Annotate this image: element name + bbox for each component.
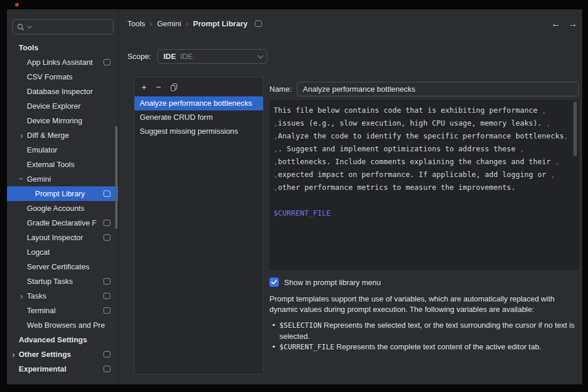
editor-line: ‚Analyze the code to identify the specif… <box>274 130 568 143</box>
sidebar-item-startup-tasks[interactable]: Startup Tasks <box>7 274 118 289</box>
soft-wrap-icon: ‚ <box>551 170 555 179</box>
remove-prompt-button[interactable]: − <box>156 82 161 91</box>
settings-search-input[interactable] <box>34 22 109 32</box>
sidebar-item-device-mirroring[interactable]: Device Mirroring <box>7 113 118 128</box>
sidebar-item-label: Terminal <box>27 306 56 315</box>
editor-line: ‚expected impact on performance. If appl… <box>274 168 568 181</box>
prompt-library-content: + − Analyze performance bottlenecksGener… <box>134 77 579 374</box>
chevron-right-icon[interactable]: › <box>11 349 16 359</box>
prompt-item-suggest-missing-permissions[interactable]: Suggest missing permissions <box>134 124 263 138</box>
soft-wrap-icon: ‚ <box>564 131 569 140</box>
sidebar-item-tools[interactable]: Tools <box>7 40 118 55</box>
sidebar-item-tasks[interactable]: ›Tasks <box>7 289 118 303</box>
ide-scope-icon <box>103 234 110 241</box>
prompt-item-analyze-performance-bottlenecks[interactable]: Analyze performance bottlenecks <box>134 96 263 110</box>
breadcrumb: Tools›Gemini›Prompt Library <box>127 19 262 28</box>
editor-line: This file below contains code that is ex… <box>274 104 568 117</box>
scope-row: Scope: IDE IDE <box>127 49 582 64</box>
breadcrumb-tools[interactable]: Tools <box>127 19 145 28</box>
chevron-right-icon[interactable]: › <box>19 291 25 301</box>
forward-arrow-button[interactable]: → <box>568 19 577 29</box>
sidebar-item-advanced-settings[interactable]: Advanced Settings <box>7 332 118 347</box>
settings-search[interactable] <box>12 19 113 34</box>
sidebar-item-csv-formats[interactable]: CSV Formats <box>7 70 118 84</box>
chevron-right-icon[interactable]: › <box>19 130 25 140</box>
sidebar-item-label: Emulator <box>27 145 57 154</box>
prompt-name-input[interactable] <box>297 82 579 96</box>
name-row: Name: <box>269 82 579 96</box>
prompt-text-editor[interactable]: This file below contains code that is ex… <box>269 100 579 270</box>
soft-wrap-icon: ‚ <box>274 144 278 153</box>
prompt-detail: Name: This file below contains code that… <box>269 77 579 374</box>
sidebar-item-label: Advanced Settings <box>19 335 87 344</box>
back-arrow-button[interactable]: ← <box>551 19 561 29</box>
check-icon <box>271 280 277 285</box>
sidebar-item-label: Gradle Declarative F <box>27 218 96 227</box>
scope-hint: IDE <box>180 52 193 61</box>
soft-wrap-icon: ‚ <box>542 106 547 115</box>
sidebar-item-experimental[interactable]: Experimental <box>7 362 118 376</box>
soft-wrap-icon: ‚ <box>274 157 278 166</box>
sidebar-item-emulator[interactable]: Emulator <box>7 143 118 157</box>
sidebar-item-web-browsers-and-pre[interactable]: Web Browsers and Pre <box>7 318 118 332</box>
show-in-menu-label[interactable]: Show in prompt library menu <box>284 278 381 287</box>
sidebar-item-prompt-library[interactable]: Prompt Library <box>7 186 118 201</box>
sidebar-item-layout-inspector[interactable]: Layout Inspector <box>7 230 118 245</box>
sidebar-item-gradle-declarative-f[interactable]: Gradle Declarative F <box>7 216 118 230</box>
prompt-item-generate-crud-form[interactable]: Generate CRUD form <box>134 110 263 124</box>
sidebar-item-database-inspector[interactable]: Database Inspector <box>7 84 118 99</box>
editor-variable-line: $CURRENT_FILE <box>274 207 568 220</box>
sidebar-item-label: Device Mirroring <box>27 116 82 125</box>
scope-combobox[interactable]: IDE IDE <box>157 49 267 64</box>
breadcrumb-gemini[interactable]: Gemini <box>157 19 181 28</box>
prompt-list-toolbar: + − <box>134 77 263 96</box>
duplicate-prompt-button[interactable] <box>171 84 177 91</box>
editor-line: ‚bottlenecks. Include comments explainin… <box>274 155 568 168</box>
chevron-down-icon <box>27 23 32 28</box>
editor-line: ‚. Suggest and implement optimizations t… <box>274 143 568 155</box>
prompt-list: Analyze performance bottlenecksGenerate … <box>134 96 263 138</box>
search-icon <box>17 23 25 31</box>
settings-sidebar: ToolsApp Links AssistantCSV FormatsDatab… <box>7 9 119 384</box>
sidebar-item-label: Gemini <box>27 175 51 183</box>
scope-label: Scope: <box>127 52 151 61</box>
ide-scope-icon <box>103 190 110 197</box>
sidebar-item-label: Device Explorer <box>27 102 81 110</box>
sidebar-scrollbar[interactable] <box>115 126 117 229</box>
breadcrumb-separator: › <box>150 19 152 28</box>
sidebar-item-app-links-assistant[interactable]: App Links Assistant <box>7 55 118 70</box>
history-nav: ← → <box>551 19 580 29</box>
variable-item: $SELECTION Represents the selected text,… <box>272 320 579 341</box>
sidebar-item-other-settings[interactable]: ›Other Settings <box>7 347 118 362</box>
sidebar-item-label: Server Certificates <box>27 262 89 271</box>
sidebar-item-diff-merge[interactable]: ›Diff & Merge <box>7 128 118 143</box>
sidebar-item-device-explorer[interactable]: Device Explorer <box>7 99 118 113</box>
sidebar-item-terminal[interactable]: Terminal <box>7 303 118 318</box>
sidebar-item-label: Startup Tasks <box>27 277 73 286</box>
ide-scope-icon <box>103 351 110 358</box>
scope-value: IDE <box>163 52 176 61</box>
recording-indicator-dot <box>15 3 19 6</box>
sidebar-item-external-tools[interactable]: External Tools <box>7 157 118 172</box>
sidebar-item-server-certificates[interactable]: Server Certificates <box>7 259 118 274</box>
add-prompt-button[interactable]: + <box>141 82 147 91</box>
editor-line: ‚other performance metrics to measure th… <box>274 181 568 194</box>
breadcrumb-separator: › <box>186 19 188 28</box>
sidebar-item-label: Tasks <box>27 292 46 300</box>
settings-main: Tools›Gemini›Prompt Library ← → Scope: I… <box>119 9 582 384</box>
show-in-menu-checkbox[interactable] <box>269 277 279 287</box>
sidebar-item-gemini[interactable]: ›Gemini <box>7 172 118 186</box>
soft-wrap-icon: ‚ <box>274 183 278 192</box>
soft-wrap-icon: ‚ <box>520 144 524 153</box>
sidebar-item-google-accounts[interactable]: Google Accounts <box>7 201 118 216</box>
sidebar-item-logcat[interactable]: Logcat <box>7 245 118 259</box>
ide-scope-icon <box>103 366 110 372</box>
editor-scrollbar[interactable] <box>573 102 577 156</box>
sidebar-item-label: App Links Assistant <box>27 58 93 67</box>
sidebar-item-label: Web Browsers and Pre <box>27 321 105 329</box>
settings-dialog: ToolsApp Links AssistantCSV FormatsDatab… <box>7 9 582 384</box>
chevron-down-icon[interactable]: › <box>17 175 27 181</box>
soft-wrap-icon: ‚ <box>274 131 278 140</box>
sidebar-item-label: Other Settings <box>19 350 71 359</box>
variables-description: Prompt templates support the use of vari… <box>269 294 579 314</box>
